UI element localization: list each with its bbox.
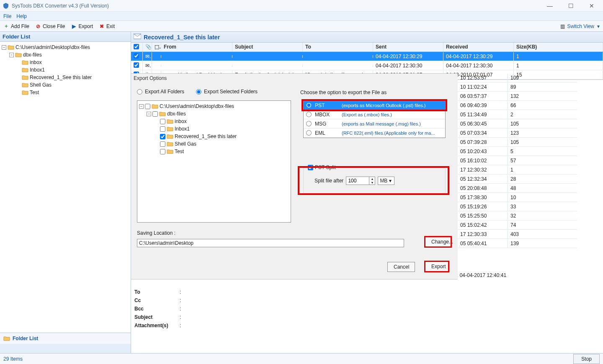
mail-row[interactable]: 05 12:32:3428 (458, 174, 577, 184)
mail-row[interactable]: 05 10:20:435 (458, 147, 577, 156)
split-value-input[interactable] (346, 177, 369, 185)
tree-root-label[interactable]: C:\Users\admin\Desktop\dbx-files (15, 44, 90, 50)
format-radio[interactable] (306, 121, 312, 126)
folder-icon (22, 74, 28, 80)
tree-collapse-icon[interactable]: − (9, 53, 14, 57)
mail-row[interactable]: 06 03:57:37132 (458, 92, 577, 101)
split-value-spinner[interactable]: ▲▼ (346, 177, 375, 185)
row-checkbox[interactable] (134, 53, 139, 59)
mail-row[interactable]: 05 15:19:2633 (458, 202, 577, 211)
mail-row[interactable]: 17 12:30:33403 (458, 230, 577, 239)
saving-location-input[interactable]: C:\Users\admin\Desktop (137, 239, 404, 247)
tree-checkbox[interactable] (160, 141, 165, 147)
tree-item-label[interactable]: Shell Gas (30, 82, 52, 88)
tree-item-label[interactable]: Recovered_1_See this later (30, 74, 92, 80)
addfile-button[interactable]: ＋Add File (2, 23, 31, 30)
export-selected-radio[interactable]: Export Selected Folders (196, 89, 258, 95)
col-size[interactable]: Size(KB) (514, 43, 603, 51)
split-unit-select[interactable]: MB▾ (378, 177, 394, 185)
titlebar: SysTools DBX Converter v4.3 (Full Versio… (0, 0, 603, 12)
status-item-count: 29 Items (3, 356, 23, 362)
mail-row[interactable]: 05 17:38:3010 (458, 193, 577, 202)
col-to[interactable]: To (303, 43, 373, 51)
mail-row[interactable]: 05 05:40:41139 (458, 239, 577, 248)
tree-checkbox[interactable] (160, 149, 165, 154)
pst-split-checkbox[interactable] (308, 165, 313, 170)
maximize-button[interactable]: ☐ (564, 3, 577, 9)
mail-row[interactable]: 05 15:25:5032 (458, 211, 577, 220)
stop-button[interactable]: Stop (573, 354, 600, 364)
closefile-button[interactable]: ⊘Close File (34, 23, 67, 30)
chevron-down-icon: ▾ (597, 23, 600, 29)
col-from[interactable]: From (161, 43, 232, 51)
format-radio[interactable] (306, 103, 312, 108)
tree-checkbox[interactable] (152, 111, 158, 117)
attachment-col-icon[interactable]: 📎 (143, 43, 152, 51)
flag-col-icon[interactable]: ⬚ (152, 43, 161, 51)
app-icon (3, 3, 9, 9)
row-checkbox[interactable] (134, 62, 139, 68)
format-option-eml[interactable]: EML(RFC 822(.eml) files.(Applicable only… (304, 128, 445, 138)
dialog-title: Export Options (131, 74, 458, 83)
tree-checkbox[interactable] (160, 134, 165, 139)
mail-row[interactable]: 10 11:02:2489 (458, 82, 577, 92)
tree-collapse-icon[interactable]: − (147, 112, 151, 116)
format-radio[interactable] (306, 130, 312, 136)
format-radio[interactable] (306, 112, 312, 117)
mail-row[interactable]: 05 20:08:4848 (458, 184, 577, 193)
mail-row[interactable]: 06 09:40:3966 (458, 101, 577, 110)
grid-icon: ▥ (560, 23, 566, 29)
mail-row[interactable]: 05 11:34:492 (458, 110, 577, 119)
mail-row[interactable]: ✉ 04-04-2017 12:30:29 04-04-2017 12:30:2… (131, 52, 603, 61)
select-all-checkbox[interactable] (134, 44, 139, 49)
switchview-button[interactable]: ▥Switch View▾ (558, 23, 601, 30)
close-button[interactable]: ✕ (585, 3, 598, 9)
folder-icon (167, 133, 173, 139)
exit-button[interactable]: ✖Exit (97, 23, 116, 30)
tree-checkbox[interactable] (145, 104, 150, 109)
col-sent[interactable]: Sent (373, 43, 443, 51)
toolbar: ＋Add File ⊘Close File ▶Export ✖Exit ▥Swi… (0, 21, 603, 32)
mail-row[interactable]: 05 15:02:4274 (458, 220, 577, 230)
change-button[interactable]: Change... (424, 236, 452, 248)
tree-checkbox[interactable] (160, 119, 165, 124)
tree-collapse-icon[interactable]: − (2, 45, 6, 50)
mail-row[interactable]: 05 16:10:0257 (458, 156, 577, 165)
format-option-msg[interactable]: MSG(exports as Mail message (.msg) files… (304, 119, 445, 128)
mail-row[interactable]: 05 06:30:45105 (458, 119, 577, 128)
minimize-button[interactable]: — (544, 3, 556, 9)
mail-grid-header: 📎 ⬚ From Subject To Sent Received Size(K… (131, 43, 603, 52)
format-option-mbox[interactable]: MBOX(Export as (.mbox) files.) (304, 110, 445, 119)
tree-dbxfiles-label[interactable]: dbx-files (23, 52, 42, 58)
mail-row[interactable]: ✉ 04-04-2017 12:30:30 04-04-2017 12:30:3… (131, 61, 603, 70)
mail-rows-overflow: 10 12:53:5710910 11:02:248906 03:57:3713… (458, 73, 577, 248)
spin-down-icon[interactable]: ▼ (369, 181, 375, 185)
col-received[interactable]: Received (443, 43, 514, 51)
dialog-export-button[interactable]: Export (424, 261, 449, 272)
export-all-radio[interactable]: Export All Folders (137, 89, 184, 95)
mail-row[interactable]: 05 07:03:34123 (458, 128, 577, 138)
folder-list-tab[interactable]: Folder List (0, 333, 131, 344)
export-button[interactable]: ▶Export (69, 23, 95, 30)
menu-file[interactable]: File (3, 13, 11, 19)
mail-row[interactable]: 05 07:39:28105 (458, 138, 577, 147)
preview-bcc-label: Bcc (134, 306, 176, 312)
spin-up-icon[interactable]: ▲ (369, 177, 375, 181)
folder-open-icon (3, 336, 10, 341)
col-subject[interactable]: Subject (232, 43, 303, 51)
cancel-button[interactable]: Cancel (387, 262, 415, 272)
format-option-pst[interactable]: PST(exports as Microsoft Outlook (.pst) … (304, 101, 445, 110)
preview-cc-label: Cc (134, 297, 176, 303)
mail-row[interactable]: 10 12:53:57109 (458, 73, 577, 82)
dialog-folder-tree[interactable]: −C:\Users\admin\Desktop\dbx-files −dbx-f… (137, 100, 291, 223)
menu-help[interactable]: Help (16, 13, 27, 19)
tree-collapse-icon[interactable]: − (139, 104, 144, 109)
mail-row[interactable]: 17 12:30:321 (458, 165, 577, 174)
tree-item-label[interactable]: Test (30, 90, 39, 95)
tree-item-label[interactable]: inbox (30, 59, 42, 65)
play-icon: ▶ (71, 23, 77, 29)
tree-checkbox[interactable] (160, 126, 165, 132)
folder-icon (167, 149, 173, 154)
export-options-dialog: Export Options Export All Folders Export… (131, 73, 458, 279)
tree-item-label[interactable]: Inbox1 (30, 67, 45, 73)
